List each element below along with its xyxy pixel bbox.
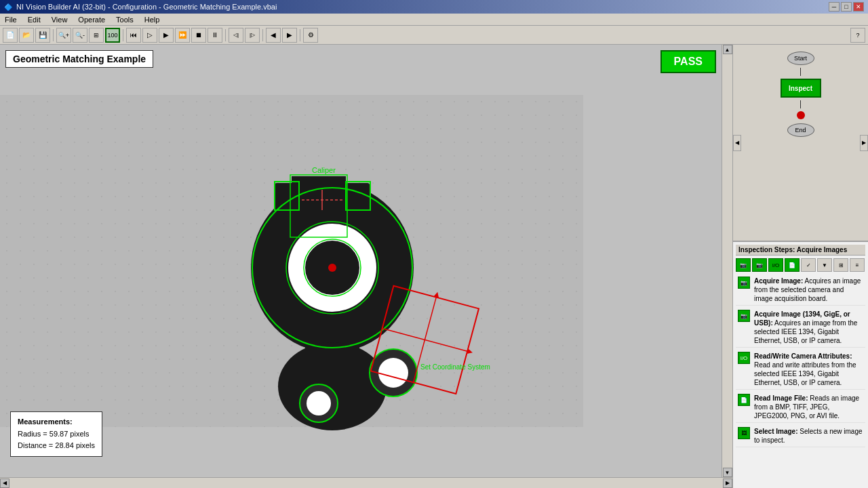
toolbar-play[interactable]: ▶ bbox=[159, 28, 174, 43]
steps-btn-ieee[interactable]: 📷 bbox=[752, 258, 767, 272]
scroll-track-h bbox=[9, 479, 723, 488]
step-icon-acquire: 📷 bbox=[738, 277, 750, 289]
toolbar-save[interactable]: 💾 bbox=[35, 28, 50, 43]
right-panel: ◀ ▶ Start Inspect End Inspection Steps bbox=[732, 45, 868, 488]
svg-point-15 bbox=[328, 264, 336, 272]
toolbar-help[interactable]: ? bbox=[850, 28, 865, 43]
inspection-canvas: Caliper Set Coordinate System Geometric … bbox=[0, 45, 722, 477]
steps-btn-read[interactable]: 📄 bbox=[785, 258, 800, 272]
titlebar: 🔷 NI Vision Builder AI (32-bit) - Config… bbox=[0, 0, 868, 14]
menu-help[interactable]: Help bbox=[142, 16, 162, 24]
svg-rect-6 bbox=[346, 183, 370, 210]
step-text-acquire: Acquire Image: Acquires an image from th… bbox=[754, 277, 863, 303]
toolbar-zoom-in[interactable]: 🔍+ bbox=[56, 28, 71, 43]
scroll-right-button[interactable]: ▶ bbox=[723, 479, 732, 488]
toolbar: 📄 📂 💾 🔍+ 🔍- ⊞ 100 ⏮ ▷ ▶ ⏩ ⏹ ⏸ ◁| |▷ ◀ ▶ … bbox=[0, 26, 868, 45]
steps-btn-camera[interactable]: 📷 bbox=[736, 258, 751, 272]
menu-operate[interactable]: Operate bbox=[76, 16, 107, 24]
pass-badge: PASS bbox=[660, 50, 716, 73]
step-icon-rw: I/O bbox=[738, 352, 750, 364]
svg-text:Caliper: Caliper bbox=[312, 166, 336, 174]
toolbar-zoom-out[interactable]: 🔍- bbox=[73, 28, 87, 43]
toolbar-step-settings1[interactable]: ◁| bbox=[229, 28, 243, 43]
minimize-button[interactable]: ─ bbox=[829, 2, 840, 12]
collapse-left-button[interactable]: ◀ bbox=[733, 135, 741, 151]
measurements-panel: Measurements: Radius = 59.87 pixels Dist… bbox=[10, 411, 102, 457]
flow-arrow-2 bbox=[800, 100, 801, 108]
svg-point-11 bbox=[307, 391, 331, 415]
scroll-track-v bbox=[723, 54, 732, 468]
menu-view[interactable]: View bbox=[50, 16, 70, 24]
vertical-scrollbar[interactable]: ▲ ▼ bbox=[722, 45, 732, 477]
inspection-steps-header: Inspection Steps: Acquire Images bbox=[736, 245, 865, 256]
toolbar-play-slow[interactable]: ▷ bbox=[142, 28, 157, 43]
flow-end-dot bbox=[797, 111, 805, 119]
measurements-distance: Distance = 28.84 pixels bbox=[18, 440, 95, 452]
main-content: Caliper Set Coordinate System Geometric … bbox=[0, 45, 868, 488]
steps-btn-list[interactable]: ≡ bbox=[850, 258, 865, 272]
titlebar-controls: ─ □ ✕ bbox=[829, 2, 864, 12]
flow-start-node: Start bbox=[787, 52, 814, 65]
horizontal-scrollbar[interactable]: ◀ ▶ bbox=[0, 477, 732, 488]
toolbar-sep1 bbox=[53, 29, 54, 41]
toolbar-step-settings2[interactable]: |▷ bbox=[245, 28, 260, 43]
toolbar-arrow-left[interactable]: ◀ bbox=[266, 28, 281, 43]
steps-toolbar: 📷 📷 I/O 📄 ✓ ▼ ⊞ ≡ bbox=[736, 258, 865, 272]
toolbar-sep4 bbox=[262, 29, 263, 41]
step-text-select: Select Image: Selects a new image to ins… bbox=[754, 427, 863, 445]
titlebar-title: 🔷 NI Vision Builder AI (32-bit) - Config… bbox=[4, 3, 277, 11]
toolbar-stop[interactable]: ⏹ bbox=[191, 28, 206, 43]
toolbar-prev[interactable]: ⏮ bbox=[126, 28, 141, 43]
menu-file[interactable]: File bbox=[3, 16, 19, 24]
canvas-title: Geometric Matching Example bbox=[5, 50, 153, 68]
right-panel-flow-area: ◀ ▶ Start Inspect End bbox=[733, 45, 868, 241]
ni-icon: 🔷 bbox=[4, 3, 12, 11]
collapse-right-button[interactable]: ▶ bbox=[860, 135, 868, 151]
step-icon-read: 📄 bbox=[738, 394, 750, 406]
maximize-button[interactable]: □ bbox=[841, 2, 852, 12]
measurements-title: Measurements: bbox=[18, 416, 95, 428]
toolbar-sep5 bbox=[300, 29, 300, 41]
toolbar-sep2 bbox=[123, 29, 123, 41]
step-read-file: 📄 Read Image File: Reads an image from a… bbox=[736, 392, 865, 423]
canvas-area: Caliper Set Coordinate System Geometric … bbox=[0, 45, 732, 488]
toolbar-arrow-right[interactable]: ▶ bbox=[282, 28, 297, 43]
toolbar-sep3 bbox=[225, 29, 226, 41]
close-button[interactable]: ✕ bbox=[853, 2, 864, 12]
flow-arrow-1 bbox=[800, 68, 801, 76]
step-select-image: 🖼 Select Image: Selects a new image to i… bbox=[736, 425, 865, 447]
step-icon-ieee: 📷 bbox=[738, 310, 750, 322]
step-acquire-ieee: 📷 Acquire Image (1394, GigE, or USB): Ac… bbox=[736, 308, 865, 348]
step-acquire-image: 📷 Acquire Image: Acquires an image from … bbox=[736, 274, 865, 306]
flow-inspect-node[interactable]: Inspect bbox=[781, 79, 821, 98]
steps-btn-check[interactable]: ✓ bbox=[801, 258, 816, 272]
toolbar-zoom-fit[interactable]: ⊞ bbox=[89, 28, 104, 43]
measurements-radius: Radius = 59.87 pixels bbox=[18, 428, 95, 441]
step-text-read: Read Image File: Reads an image from a B… bbox=[754, 394, 863, 420]
menu-tools[interactable]: Tools bbox=[114, 16, 136, 24]
toolbar-zoom-100[interactable]: 100 bbox=[105, 28, 120, 43]
toolbar-open[interactable]: 📂 bbox=[19, 28, 34, 43]
menu-edit[interactable]: Edit bbox=[26, 16, 43, 24]
flow-diagram: Start Inspect End bbox=[733, 45, 868, 144]
canvas-scroll-wrapper: Caliper Set Coordinate System Geometric … bbox=[0, 45, 732, 477]
flow-end-node: End bbox=[787, 123, 814, 137]
right-panel-steps: Inspection Steps: Acquire Images 📷 📷 I/O… bbox=[733, 241, 868, 488]
scroll-left-button[interactable]: ◀ bbox=[0, 479, 9, 488]
steps-btn-rw[interactable]: I/O bbox=[768, 258, 783, 272]
step-icon-select: 🖼 bbox=[738, 427, 750, 439]
scroll-up-button[interactable]: ▲ bbox=[723, 45, 732, 54]
svg-text:Set Coordinate System: Set Coordinate System bbox=[420, 363, 490, 371]
steps-btn-select[interactable]: ▼ bbox=[817, 258, 832, 272]
step-text-ieee: Acquire Image (1394, GigE, or USB): Acqu… bbox=[754, 310, 863, 345]
svg-point-12 bbox=[378, 358, 408, 388]
step-rw-camera: I/O Read/Write Camera Attributes: Read a… bbox=[736, 350, 865, 390]
steps-btn-grid[interactable]: ⊞ bbox=[833, 258, 848, 272]
toolbar-play-fast[interactable]: ⏩ bbox=[175, 28, 190, 43]
menubar: File Edit View Operate Tools Help bbox=[0, 14, 868, 26]
scroll-down-button[interactable]: ▼ bbox=[723, 468, 732, 477]
step-text-rw: Read/Write Camera Attributes: Read and w… bbox=[754, 352, 863, 387]
toolbar-new[interactable]: 📄 bbox=[3, 28, 18, 43]
toolbar-settings[interactable]: ⚙ bbox=[303, 28, 318, 43]
toolbar-pause[interactable]: ⏸ bbox=[208, 28, 222, 43]
